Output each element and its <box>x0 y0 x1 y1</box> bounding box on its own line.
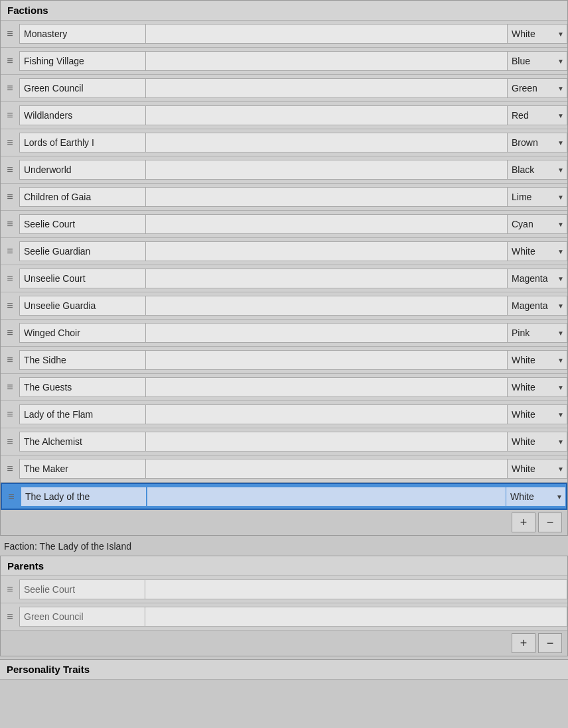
faction-description-input[interactable] <box>146 241 508 261</box>
faction-name-input[interactable] <box>19 51 146 71</box>
faction-row[interactable]: ≡WhiteBlueGreenRedBrownBlackLimeCyanMage… <box>1 374 567 401</box>
drag-handle-icon[interactable]: ≡ <box>1 463 19 475</box>
faction-name-input[interactable] <box>19 459 146 479</box>
faction-color-select[interactable]: WhiteBlueGreenRedBrownBlackLimeCyanMagen… <box>508 133 567 152</box>
faction-name-input[interactable] <box>21 487 147 507</box>
color-select-wrapper: WhiteBlueGreenRedBrownBlackLimeCyanMagen… <box>508 241 567 261</box>
faction-name-input[interactable] <box>19 377 146 397</box>
faction-description-input[interactable] <box>146 51 508 71</box>
faction-description-input[interactable] <box>146 404 508 424</box>
faction-name-input[interactable] <box>19 296 146 316</box>
faction-color-select[interactable]: WhiteBlueGreenRedBrownBlackLimeCyanMagen… <box>508 24 567 44</box>
faction-row[interactable]: ≡WhiteBlueGreenRedBrownBlackLimeCyanMage… <box>1 21 567 48</box>
faction-row[interactable]: ≡WhiteBlueGreenRedBrownBlackLimeCyanMage… <box>1 211 567 238</box>
faction-description-input[interactable] <box>146 214 508 234</box>
drag-handle-icon[interactable]: ≡ <box>1 436 19 448</box>
faction-name-input[interactable] <box>19 404 146 424</box>
drag-handle-icon[interactable]: ≡ <box>1 245 19 257</box>
faction-color-select[interactable]: WhiteBlueGreenRedBrownBlackLimeCyanMagen… <box>508 296 567 316</box>
faction-row[interactable]: ≡WhiteBlueGreenRedBrownBlackLimeCyanMage… <box>1 48 567 75</box>
drag-handle-icon[interactable]: ≡ <box>1 109 19 121</box>
faction-color-select[interactable]: WhiteBlueGreenRedBrownBlackLimeCyanMagen… <box>508 160 567 180</box>
faction-name-input[interactable] <box>19 214 146 234</box>
remove-parent-button[interactable]: − <box>538 633 562 653</box>
faction-color-select[interactable]: WhiteBlueGreenRedBrownBlackLimeCyanMagen… <box>508 323 567 343</box>
drag-handle-icon[interactable]: ≡ <box>1 408 19 420</box>
parent-drag-handle-icon[interactable]: ≡ <box>1 611 19 623</box>
faction-color-select[interactable]: WhiteBlueGreenRedBrownBlackLimeCyanMagen… <box>508 377 567 397</box>
faction-description-input[interactable] <box>146 377 508 397</box>
faction-color-select[interactable]: WhiteBlueGreenRedBrownBlackLimeCyanMagen… <box>508 187 567 207</box>
faction-row[interactable]: ≡WhiteBlueGreenRedBrownBlackLimeCyanMage… <box>1 483 567 510</box>
faction-description-input[interactable] <box>146 105 508 125</box>
faction-name-input[interactable] <box>19 323 146 343</box>
faction-description-input[interactable] <box>146 78 508 98</box>
faction-row[interactable]: ≡WhiteBlueGreenRedBrownBlackLimeCyanMage… <box>1 265 567 292</box>
parent-description-input[interactable] <box>145 579 567 599</box>
drag-handle-icon[interactable]: ≡ <box>1 273 19 284</box>
faction-name-input[interactable] <box>19 187 146 207</box>
faction-description-input[interactable] <box>146 269 508 288</box>
faction-color-select[interactable]: WhiteBlueGreenRedBrownBlackLimeCyanMagen… <box>506 487 566 507</box>
faction-description-input[interactable] <box>147 487 506 507</box>
faction-description-input[interactable] <box>146 296 508 316</box>
faction-name-input[interactable] <box>19 432 146 452</box>
faction-row[interactable]: ≡WhiteBlueGreenRedBrownBlackLimeCyanMage… <box>1 347 567 374</box>
faction-row[interactable]: ≡WhiteBlueGreenRedBrownBlackLimeCyanMage… <box>1 428 567 455</box>
remove-faction-button[interactable]: − <box>538 513 562 532</box>
faction-row[interactable]: ≡WhiteBlueGreenRedBrownBlackLimeCyanMage… <box>1 455 567 483</box>
faction-name-input[interactable] <box>19 133 146 152</box>
add-parent-button[interactable]: + <box>512 633 535 653</box>
faction-row[interactable]: ≡WhiteBlueGreenRedBrownBlackLimeCyanMage… <box>1 320 567 347</box>
faction-description-input[interactable] <box>146 323 508 343</box>
drag-handle-icon[interactable]: ≡ <box>1 327 19 339</box>
add-faction-button[interactable]: + <box>512 513 535 532</box>
drag-handle-icon[interactable]: ≡ <box>2 491 21 503</box>
faction-description-input[interactable] <box>146 24 508 44</box>
faction-row[interactable]: ≡WhiteBlueGreenRedBrownBlackLimeCyanMage… <box>1 401 567 428</box>
faction-description-input[interactable] <box>146 160 508 180</box>
drag-handle-icon[interactable]: ≡ <box>1 55 19 67</box>
drag-handle-icon[interactable]: ≡ <box>1 354 19 366</box>
faction-name-input[interactable] <box>19 105 146 125</box>
drag-handle-icon[interactable]: ≡ <box>1 300 19 312</box>
faction-color-select[interactable]: WhiteBlueGreenRedBrownBlackLimeCyanMagen… <box>508 432 567 452</box>
faction-row[interactable]: ≡WhiteBlueGreenRedBrownBlackLimeCyanMage… <box>1 238 567 265</box>
faction-color-select[interactable]: WhiteBlueGreenRedBrownBlackLimeCyanMagen… <box>508 51 567 71</box>
faction-description-input[interactable] <box>146 432 508 452</box>
drag-handle-icon[interactable]: ≡ <box>1 164 19 176</box>
faction-row[interactable]: ≡WhiteBlueGreenRedBrownBlackLimeCyanMage… <box>1 184 567 211</box>
faction-row[interactable]: ≡WhiteBlueGreenRedBrownBlackLimeCyanMage… <box>1 156 567 184</box>
drag-handle-icon[interactable]: ≡ <box>1 218 19 230</box>
drag-handle-icon[interactable]: ≡ <box>1 28 19 40</box>
faction-name-input[interactable] <box>19 78 146 98</box>
faction-name-input[interactable] <box>19 24 146 44</box>
faction-row[interactable]: ≡WhiteBlueGreenRedBrownBlackLimeCyanMage… <box>1 75 567 102</box>
faction-color-select[interactable]: WhiteBlueGreenRedBrownBlackLimeCyanMagen… <box>508 404 567 424</box>
faction-color-select[interactable]: WhiteBlueGreenRedBrownBlackLimeCyanMagen… <box>508 241 567 261</box>
faction-color-select[interactable]: WhiteBlueGreenRedBrownBlackLimeCyanMagen… <box>508 214 567 234</box>
faction-color-select[interactable]: WhiteBlueGreenRedBrownBlackLimeCyanMagen… <box>508 105 567 125</box>
color-select-wrapper: WhiteBlueGreenRedBrownBlackLimeCyanMagen… <box>508 214 567 234</box>
faction-description-input[interactable] <box>146 459 508 479</box>
parent-description-input[interactable] <box>145 607 567 627</box>
faction-row[interactable]: ≡WhiteBlueGreenRedBrownBlackLimeCyanMage… <box>1 292 567 320</box>
drag-handle-icon[interactable]: ≡ <box>1 191 19 203</box>
faction-description-input[interactable] <box>146 133 508 152</box>
faction-row[interactable]: ≡WhiteBlueGreenRedBrownBlackLimeCyanMage… <box>1 129 567 156</box>
faction-row[interactable]: ≡WhiteBlueGreenRedBrownBlackLimeCyanMage… <box>1 102 567 129</box>
faction-color-select[interactable]: WhiteBlueGreenRedBrownBlackLimeCyanMagen… <box>508 350 567 370</box>
faction-name-input[interactable] <box>19 241 146 261</box>
faction-name-input[interactable] <box>19 350 146 370</box>
faction-color-select[interactable]: WhiteBlueGreenRedBrownBlackLimeCyanMagen… <box>508 78 567 98</box>
drag-handle-icon[interactable]: ≡ <box>1 82 19 94</box>
parent-drag-handle-icon[interactable]: ≡ <box>1 583 19 595</box>
faction-name-input[interactable] <box>19 160 146 180</box>
faction-color-select[interactable]: WhiteBlueGreenRedBrownBlackLimeCyanMagen… <box>508 459 567 479</box>
faction-name-input[interactable] <box>19 269 146 288</box>
drag-handle-icon[interactable]: ≡ <box>1 137 19 149</box>
drag-handle-icon[interactable]: ≡ <box>1 381 19 393</box>
faction-description-input[interactable] <box>146 187 508 207</box>
faction-color-select[interactable]: WhiteBlueGreenRedBrownBlackLimeCyanMagen… <box>508 269 567 288</box>
faction-description-input[interactable] <box>146 350 508 370</box>
